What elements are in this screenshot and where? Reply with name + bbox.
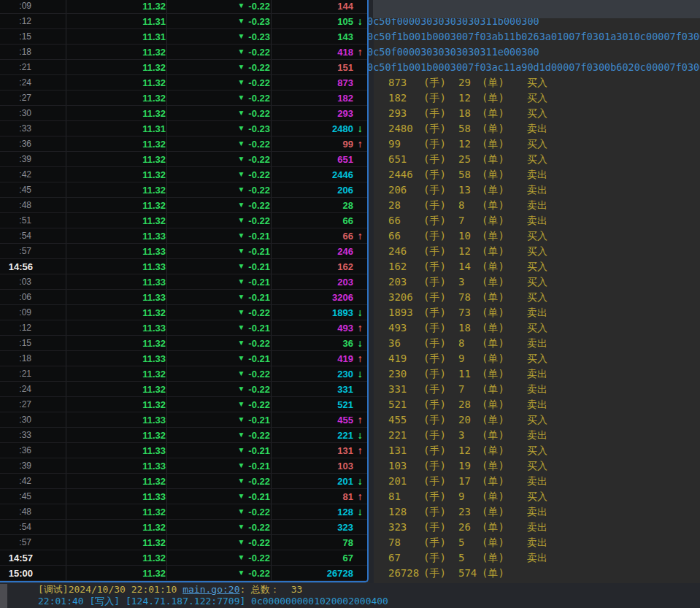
tick-row[interactable]: :42 11.32 ▼ -0.22 201 <box>0 474 367 489</box>
volume-value: 66 <box>271 231 354 242</box>
tick-row[interactable]: :57 11.33 ▼ -0.21 246 <box>0 244 367 259</box>
change-cell: ▼ -0.22 <box>166 154 271 165</box>
log-source-link[interactable]: main.go:20 <box>182 584 239 595</box>
trade-volume: 493 <box>388 320 423 336</box>
change-value: -0.21 <box>248 246 270 257</box>
change-cell: ▼ -0.22 <box>166 1 271 12</box>
log-bar: [调试]2024/10/30 22:01:10 main.go:20: 总数： … <box>0 583 700 608</box>
tick-row[interactable]: :27 11.32 ▼ -0.22 521 <box>0 397 367 412</box>
hands-unit-label: (手) <box>423 566 458 581</box>
trade-volume: 78 <box>388 535 423 550</box>
tick-row[interactable]: :45 11.32 ▼ -0.22 206 <box>0 182 367 198</box>
tick-row[interactable]: :54 11.32 ▼ -0.22 323 <box>0 520 367 535</box>
tick-row[interactable]: :39 11.32 ▼ -0.22 651 <box>0 152 367 167</box>
down-triangle-icon: ▼ <box>237 155 245 163</box>
tick-row[interactable]: :24 11.32 ▼ -0.22 873 <box>0 75 367 91</box>
price-cell: 11.32 <box>66 139 166 150</box>
down-triangle-icon: ▼ <box>237 186 245 193</box>
hands-unit-label: (手) <box>423 182 458 198</box>
tick-row[interactable]: :24 11.32 ▼ -0.22 331 <box>0 382 367 397</box>
change-cell: ▼ -0.22 <box>166 553 271 563</box>
tick-row[interactable]: 15:00 11.32 ▼ -0.22 26728 <box>0 566 367 581</box>
trade-volume: 66 <box>388 228 423 244</box>
volume-cell: 1893 <box>271 307 367 318</box>
tick-row[interactable]: :51 11.32 ▼ -0.22 66 <box>0 213 367 228</box>
trade-order-count: 78 <box>458 290 482 305</box>
tick-row[interactable]: :21 11.32 ▼ -0.22 151 <box>0 60 367 75</box>
change-cell: ▼ -0.22 <box>166 522 271 533</box>
change-cell: ▼ -0.22 <box>166 47 271 58</box>
price-cell: 11.32 <box>66 307 166 318</box>
trade-volume: 246 <box>388 244 423 259</box>
trade-order-count: 8 <box>458 336 482 351</box>
tick-row[interactable]: :42 11.32 ▼ -0.22 2446 <box>0 167 367 182</box>
tick-row[interactable]: :12 11.33 ▼ -0.21 493 <box>0 320 367 336</box>
trade-order-count: 12 <box>458 244 482 259</box>
trend-arrow-icon <box>354 230 366 242</box>
volume-value: 201 <box>271 476 354 487</box>
tick-row[interactable]: :48 11.32 ▼ -0.22 128 <box>0 504 367 520</box>
trading-tick-window: 0c50f00003030303030311b000300 0c50f1b001… <box>0 0 700 608</box>
hands-unit-label: (手) <box>423 550 458 566</box>
tick-row[interactable]: :33 11.31 ▼ -0.23 2480 <box>0 121 367 136</box>
tick-row[interactable]: :36 11.32 ▼ -0.22 99 <box>0 136 367 152</box>
tick-row[interactable]: :03 11.33 ▼ -0.21 203 <box>0 274 367 290</box>
orders-unit-label: (单) <box>482 397 527 412</box>
tick-row[interactable]: :18 11.32 ▼ -0.22 418 <box>0 45 367 60</box>
trend-arrow-icon <box>354 445 366 456</box>
trade-direction: 卖出 <box>527 366 700 382</box>
change-cell: ▼ -0.22 <box>166 384 271 395</box>
volume-value: 206 <box>271 185 354 196</box>
change-value: -0.21 <box>248 491 270 502</box>
tick-row[interactable]: :09 11.32 ▼ -0.22 144 <box>0 0 367 14</box>
price-cell: 11.32 <box>66 185 166 196</box>
panel-scrollbar[interactable] <box>369 0 374 583</box>
tick-row[interactable]: :48 11.32 ▼ -0.22 28 <box>0 198 367 213</box>
tick-row[interactable]: :36 11.33 ▼ -0.21 131 <box>0 443 367 458</box>
volume-value: 323 <box>271 522 354 533</box>
change-value: -0.22 <box>248 93 270 104</box>
hands-unit-label: (手) <box>423 336 458 351</box>
tick-row[interactable]: 14:56 11.33 ▼ -0.21 162 <box>0 259 367 274</box>
change-cell: ▼ -0.22 <box>166 77 271 88</box>
orders-unit-label: (单) <box>482 106 527 121</box>
tick-row[interactable]: :21 11.32 ▼ -0.22 230 <box>0 366 367 382</box>
tick-row[interactable]: :18 11.33 ▼ -0.21 419 <box>0 351 367 366</box>
tick-row[interactable]: :30 11.33 ▼ -0.21 455 <box>0 412 367 428</box>
tick-row[interactable]: :09 11.32 ▼ -0.22 1893 <box>0 305 367 320</box>
tick-row[interactable]: :15 11.32 ▼ -0.22 36 <box>0 336 367 351</box>
tick-row[interactable]: :27 11.32 ▼ -0.22 182 <box>0 91 367 106</box>
volume-value: 651 <box>271 154 354 165</box>
tick-row[interactable]: :33 11.32 ▼ -0.22 221 <box>0 428 367 443</box>
trade-row: 221 (手) 3 (单) 卖出 <box>374 428 700 443</box>
orders-unit-label: (单) <box>482 213 527 228</box>
tick-row[interactable]: :39 11.33 ▼ -0.21 103 <box>0 458 367 474</box>
price-cell: 11.32 <box>66 476 166 487</box>
down-triangle-icon: ▼ <box>237 109 245 117</box>
volume-value: 143 <box>271 31 354 42</box>
trade-volume: 128 <box>388 504 423 520</box>
time-cell: :21 <box>0 369 66 379</box>
down-triangle-icon: ▼ <box>237 508 245 515</box>
tick-row[interactable]: :06 11.33 ▼ -0.21 3206 <box>0 290 367 305</box>
hands-unit-label: (手) <box>423 198 458 213</box>
tick-row[interactable]: :57 11.32 ▼ -0.22 78 <box>0 535 367 550</box>
price-cell: 11.33 <box>66 491 166 502</box>
tick-row[interactable]: :30 11.32 ▼ -0.22 293 <box>0 106 367 121</box>
time-cell: :57 <box>0 537 66 547</box>
trade-volume: 99 <box>388 136 423 152</box>
hands-unit-label: (手) <box>423 366 458 382</box>
tick-row[interactable]: :45 11.33 ▼ -0.21 81 <box>0 489 367 504</box>
tick-row[interactable]: :15 11.31 ▼ -0.23 143 <box>0 29 367 45</box>
trade-order-count: 25 <box>458 152 482 167</box>
tick-row[interactable]: 14:57 11.32 ▼ -0.22 67 <box>0 550 367 566</box>
orders-unit-label: (单) <box>482 382 527 397</box>
time-cell: :48 <box>0 200 66 210</box>
volume-value: 521 <box>271 399 354 410</box>
tick-row[interactable]: :12 11.31 ▼ -0.23 105 <box>0 14 367 29</box>
tick-row[interactable]: :54 11.33 ▼ -0.21 66 <box>0 228 367 244</box>
change-cell: ▼ -0.21 <box>166 277 271 288</box>
price-cell: 11.33 <box>66 415 166 426</box>
volume-value: 182 <box>271 93 354 104</box>
trade-direction: 卖出 <box>527 336 700 351</box>
